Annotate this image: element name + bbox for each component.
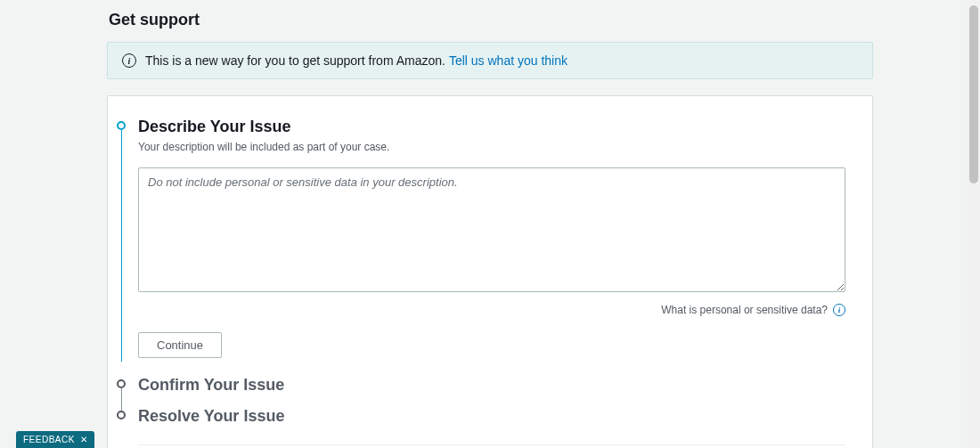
info-icon[interactable]: i [833,304,845,316]
step-describe: Describe Your Issue Your description wil… [117,118,845,358]
step-resolve-title: Resolve Your Issue [138,407,845,427]
close-icon[interactable]: ✕ [80,435,88,444]
divider [138,444,845,445]
step-marker-icon [117,379,126,388]
step-confirm-title: Confirm Your Issue [138,376,845,395]
step-connector [121,388,122,411]
scrollbar[interactable] [968,0,980,448]
step-marker-icon [117,411,126,419]
issue-description-textarea[interactable] [138,167,845,292]
support-card: Describe Your Issue Your description wil… [107,95,873,448]
step-describe-title: Describe Your Issue [138,118,845,137]
banner-text: This is a new way for you to get support… [145,53,445,68]
step-confirm: Confirm Your Issue [117,376,845,408]
page-title: Get support [107,11,873,29]
step-resolve: Resolve Your Issue [117,407,845,427]
banner-feedback-link[interactable]: Tell us what you think [449,53,568,68]
sensitive-data-hint[interactable]: What is personal or sensitive data? [661,304,828,316]
scrollbar-thumb[interactable] [969,5,978,183]
step-marker-icon [117,121,126,130]
info-banner: i This is a new way for you to get suppo… [107,42,873,79]
feedback-label: FEEDBACK [23,435,75,444]
step-describe-subtitle: Your description will be included as par… [138,141,845,153]
feedback-tab[interactable]: FEEDBACK ✕ [16,431,94,448]
step-connector [121,130,122,362]
info-icon: i [122,53,136,68]
continue-button[interactable]: Continue [138,332,222,358]
